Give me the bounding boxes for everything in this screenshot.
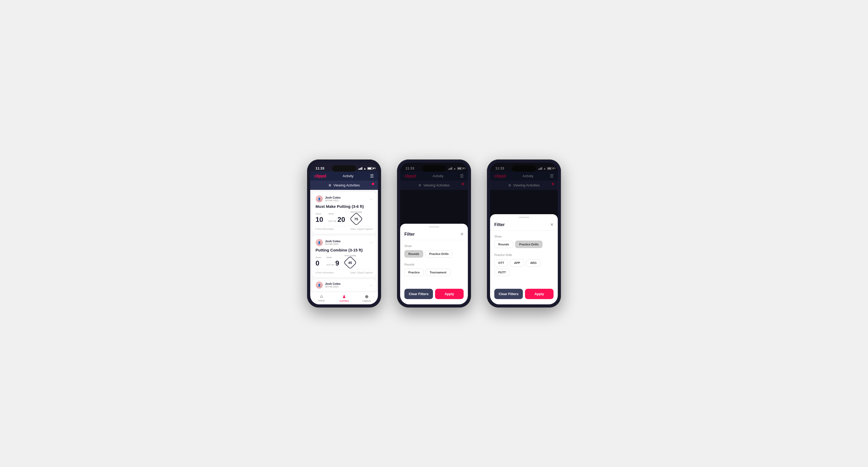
header-title-1: Activity (342, 174, 353, 178)
footer-info-2: ℹ Test Information (315, 271, 334, 274)
avatar-1: 👤 (315, 195, 323, 203)
filter-title-3: Filter (494, 222, 505, 227)
sq-badge-2: 45 (344, 256, 357, 270)
show-chips-2: Rounds Practice Drills (404, 250, 464, 257)
chip-practice-drills-3[interactable]: Practice Drills (515, 241, 542, 248)
footer-data-1: Data: Clippd Capture (350, 228, 373, 230)
activities-icon-1: ♟ (342, 294, 346, 299)
signal-bars-1 (359, 167, 362, 170)
score-val-2: 0 (315, 259, 319, 267)
filter-footer-3: Clear Filters Apply (490, 286, 558, 304)
apply-btn-2[interactable]: Apply (435, 289, 464, 299)
sq-val-2: 45 (348, 261, 352, 265)
filter-footer-2: Clear Filters Apply (400, 286, 468, 304)
filter-icon-1: ⚙ (329, 184, 331, 187)
sq-badge-1: 75 (349, 212, 363, 226)
activity-title-2: Putting Combine (3-15 ft) (315, 248, 373, 252)
avatar-3: 👤 (315, 281, 323, 289)
viewing-bar-dot-1 (372, 183, 374, 185)
shot-quality-block-1: Shot Quality 75 (350, 211, 362, 224)
status-time-1: 11:33 (315, 166, 324, 170)
signal-bar-4 (362, 167, 362, 170)
filter-section-show-3: Show Rounds Practice Drills (494, 235, 554, 248)
more-dots-3[interactable]: ··· (369, 283, 373, 287)
phone-3-wrapper: 11:33 ▲ 31 (487, 159, 561, 308)
filter-title-2: Filter (404, 232, 415, 237)
chip-putt-3[interactable]: PUTT (494, 269, 510, 276)
filter-header-3: Filter ✕ (490, 218, 558, 230)
filter-section-pd-3: Practice Drills OTT APP ARG PUTT (494, 253, 554, 276)
chip-app-3[interactable]: APP (510, 259, 524, 267)
phone-1: 11:33 ▲ 31 (307, 159, 381, 308)
score-val-1: 10 (315, 216, 323, 224)
more-dots-1[interactable]: ··· (369, 197, 373, 201)
more-dots-2[interactable]: ··· (369, 240, 373, 245)
user-name-2: Josh Coles (325, 240, 341, 243)
chip-rounds-2[interactable]: Rounds (404, 250, 423, 257)
nav-home-1[interactable]: ⌂ Home (310, 292, 333, 304)
home-icon-1: ⌂ (320, 294, 323, 299)
pd-label-3: Practice Drills (494, 253, 554, 256)
rounds-chips-2: Practice Tournament (404, 269, 464, 276)
shots-block-2: Shots OUT OF 9 (327, 256, 339, 267)
chip-rounds-3[interactable]: Rounds (494, 241, 513, 248)
phone-2: 11:33 ▲ 31 (397, 159, 471, 308)
nav-home-label-1: Home (318, 299, 325, 302)
bottom-nav-1: ⌂ Home ♟ Activities ⊕ Capture (310, 292, 378, 304)
user-name-3: Josh Coles (325, 282, 341, 285)
shots-block-1: Shots OUT OF 20 (329, 213, 345, 224)
filter-close-3[interactable]: ✕ (550, 222, 554, 227)
rounds-label-2: Rounds (404, 263, 464, 266)
filter-header-2: Filter ✕ (400, 227, 468, 240)
activity-card-3-partial: 👤 Josh Coles 28 Feb 2023 ··· (312, 279, 376, 292)
filter-modal-3: Filter ✕ Show Rounds Practice Drills (490, 214, 558, 304)
nav-activities-1[interactable]: ♟ Activities (333, 292, 355, 304)
chip-ott-3[interactable]: OTT (494, 259, 508, 267)
phone-3: 11:33 ▲ 31 (487, 159, 561, 308)
activity-card-1: 👤 Josh Coles 28 Feb 2023 ··· Must Make P… (312, 192, 376, 234)
user-info-2: 👤 Josh Coles 28 Feb 2023 (315, 239, 341, 246)
user-info-3: 👤 Josh Coles 28 Feb 2023 (315, 281, 341, 289)
apply-btn-3[interactable]: Apply (525, 289, 554, 299)
avatar-2: 👤 (315, 239, 323, 246)
activity-card-2: 👤 Josh Coles 28 Feb 2023 ··· Putting Com… (312, 236, 376, 277)
filter-body-2: Show Rounds Practice Drills Rounds Pract… (400, 240, 468, 286)
phone-1-wrapper: 11:33 ▲ 31 (307, 159, 381, 308)
phone-notch (332, 165, 356, 172)
chip-practice-2[interactable]: Practice (404, 269, 424, 276)
user-date-3: 28 Feb 2023 (325, 285, 341, 288)
chip-tournament-2[interactable]: Tournament (426, 269, 451, 276)
footer-data-2: Data: Clippd Capture (350, 271, 373, 274)
show-label-3: Show (494, 235, 554, 238)
chip-arg-3[interactable]: ARG (526, 259, 540, 267)
battery-icon-1 (367, 167, 373, 170)
score-block-1: Score 10 (315, 213, 323, 224)
filter-modal-2: Filter ✕ Show Rounds Practice Drills (400, 224, 468, 304)
filter-close-2[interactable]: ✕ (460, 232, 464, 237)
user-name-1: Josh Coles (325, 196, 341, 199)
user-info-1: 👤 Josh Coles 28 Feb 2023 (315, 195, 341, 203)
shot-quality-block-2: Shot Quality 45 (344, 254, 356, 267)
clear-filters-btn-3[interactable]: Clear Filters (494, 289, 523, 299)
viewing-bar-text-1: Viewing Activities (334, 183, 360, 187)
phones-container: 11:33 ▲ 31 (307, 159, 561, 308)
score-label-1: Score (315, 213, 323, 215)
score-label-2: Score (315, 256, 321, 259)
nav-capture-1[interactable]: ⊕ Capture (355, 292, 378, 304)
sq-val-1: 75 (354, 217, 358, 221)
signal-bar-2 (360, 168, 360, 170)
viewing-bar-1[interactable]: ⚙ Viewing Activities (310, 181, 378, 190)
hamburger-icon-1[interactable]: ☰ (370, 174, 374, 179)
content-area-1: 👤 Josh Coles 28 Feb 2023 ··· Must Make P… (310, 190, 378, 292)
battery-text-1: 31 (373, 167, 376, 169)
logo-1: clippd (314, 174, 326, 179)
clear-filters-btn-2[interactable]: Clear Filters (404, 289, 433, 299)
nav-capture-label-1: Capture (362, 300, 371, 302)
pd-chips-3: OTT APP ARG PUTT (494, 259, 554, 276)
chip-practice-drills-2[interactable]: Practice Drills (425, 250, 453, 257)
shots-label-2: Shots (327, 256, 339, 259)
shots-val-2: 9 (335, 259, 339, 267)
activity-title-1: Must Make Putting (3-6 ft) (315, 204, 373, 209)
show-chips-3: Rounds Practice Drills (494, 241, 554, 248)
shots-label-1: Shots (329, 213, 345, 215)
